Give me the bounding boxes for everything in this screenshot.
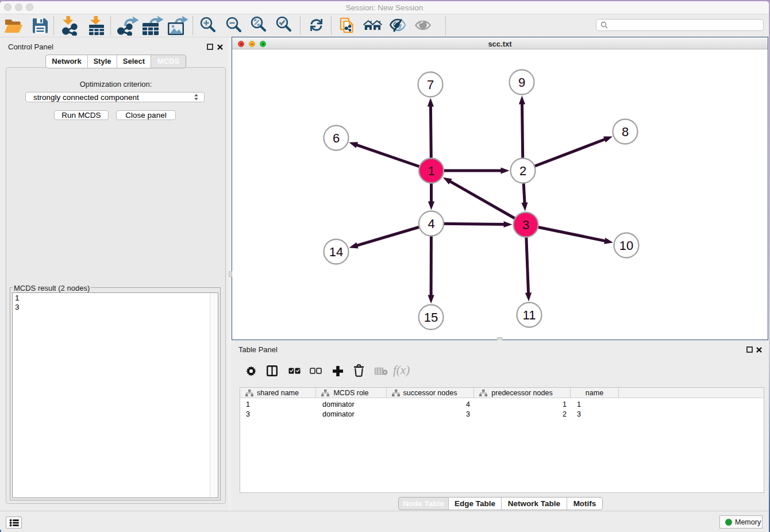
svg-text:1: 1 — [428, 164, 434, 178]
svg-text:2: 2 — [519, 164, 526, 178]
svg-text:9: 9 — [518, 75, 525, 90]
svg-text:14: 14 — [329, 245, 343, 259]
svg-text:6: 6 — [333, 131, 340, 145]
svg-text:10: 10 — [619, 238, 633, 253]
svg-text:15: 15 — [424, 310, 438, 325]
svg-text:8: 8 — [622, 125, 629, 139]
svg-text:3: 3 — [522, 218, 529, 232]
svg-text:4: 4 — [428, 217, 434, 231]
svg-text:7: 7 — [427, 78, 434, 92]
svg-text:11: 11 — [523, 308, 536, 322]
